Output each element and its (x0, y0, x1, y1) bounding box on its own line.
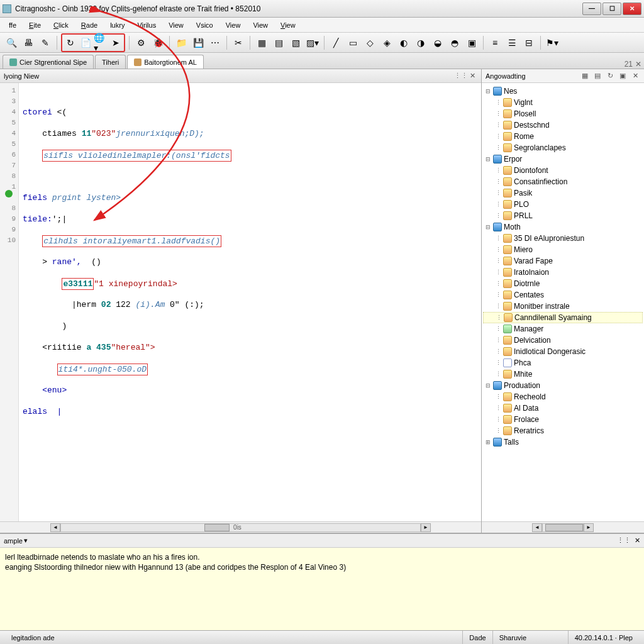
save-icon[interactable]: 💾 (191, 35, 206, 50)
tree-item[interactable]: ⊞Talls (483, 436, 643, 448)
tree-toggle-icon[interactable]: ⋮ (494, 280, 502, 287)
tree-item[interactable]: ⊟Nes (483, 86, 643, 97)
tree-item[interactable]: ⋮Frolace (483, 414, 643, 425)
tree-toggle-icon[interactable]: ⋮ (494, 212, 502, 219)
tree-item[interactable]: ⋮Al Data (483, 402, 643, 414)
tree-item[interactable]: ⋮Plosell (483, 108, 643, 119)
tree-item[interactable]: ⋮Centates (483, 289, 643, 301)
side-btn1-icon[interactable]: ▦ (580, 71, 590, 81)
horizontal-scrollbar[interactable]: ◄ 0is ► (0, 521, 481, 533)
menu-vsico[interactable]: Vsico (190, 19, 219, 31)
tree-toggle-icon[interactable]: ⋮ (494, 269, 502, 276)
menu-rade[interactable]: Rade (75, 19, 104, 31)
menu-lukry[interactable]: lukry (104, 19, 131, 31)
tree-item[interactable]: ⊟Produation (483, 380, 643, 391)
tree-toggle-icon[interactable]: ⋮ (494, 246, 502, 253)
tree-toggle-icon[interactable]: ⋮ (494, 303, 502, 310)
bug-icon[interactable]: 🐞 (150, 35, 165, 50)
tree-item[interactable]: ⋮Delvication (483, 335, 643, 346)
grid2-icon[interactable]: ▨▾ (305, 35, 320, 50)
align2-icon[interactable]: ☰ (504, 35, 519, 50)
tree-toggle-icon[interactable]: ⊞ (484, 438, 492, 446)
tree-item[interactable]: ⋮Destschnd (483, 119, 643, 131)
menu-view1[interactable]: View (162, 19, 190, 31)
tree-toggle-icon[interactable]: ⋮ (494, 336, 502, 344)
tree-toggle-icon[interactable]: ⋮ (494, 359, 502, 367)
tree-toggle-icon[interactable]: ⋮ (494, 201, 502, 208)
pane-close-icon[interactable]: ✕ (467, 71, 477, 81)
shape5-icon[interactable]: ◒ (430, 35, 445, 50)
tree-item[interactable]: ⋮Phca (483, 357, 643, 369)
tree-item[interactable]: ⋮Inidlotical Dongerasic (483, 346, 643, 357)
table-icon[interactable]: ▦ (254, 35, 269, 50)
tree-toggle-icon[interactable]: ⋮ (494, 257, 502, 265)
scroll-track[interactable]: 0is (60, 523, 421, 532)
tree-item[interactable]: ⋮Diontofont (483, 165, 643, 176)
close-button[interactable]: ✕ (623, 3, 641, 15)
side-btn3-icon[interactable]: ↻ (605, 71, 615, 81)
cut-icon[interactable]: ✂ (231, 35, 246, 50)
scroll-left-icon[interactable]: ◄ (50, 523, 60, 532)
tree-item[interactable]: ⋮PRLL (483, 210, 643, 221)
menu-view3[interactable]: View (247, 19, 274, 31)
tree-toggle-icon[interactable]: ⋮ (494, 167, 502, 174)
shape2-icon[interactable]: ◈ (379, 35, 394, 50)
tree-item[interactable]: ⋮Mhite (483, 369, 643, 380)
grid-icon[interactable]: ▧ (288, 35, 303, 50)
tree-toggle-icon[interactable]: ⊟ (484, 382, 492, 389)
zoom-icon[interactable]: 🔍 (4, 35, 19, 50)
side-scrollbar[interactable]: ◄ ► (482, 521, 644, 533)
gear-icon[interactable]: ⚙ (133, 35, 148, 50)
output-tab[interactable]: ample (4, 537, 23, 545)
refresh-icon[interactable]: ↻ (63, 35, 78, 50)
maximize-button[interactable]: ☐ (602, 3, 621, 15)
tree-item[interactable]: ⋮Consatinfiection (483, 176, 643, 187)
output-options-icon[interactable]: ⋮⋮ (617, 536, 631, 545)
scroll-thumb[interactable] (545, 524, 583, 531)
tree-item[interactable]: ⋮PLO (483, 199, 643, 210)
tree-item[interactable]: ⋮Monitber instrale (483, 301, 643, 312)
tree-toggle-icon[interactable]: ⋮ (494, 370, 502, 378)
scroll-thumb[interactable] (204, 524, 230, 531)
scroll-right-icon[interactable]: ► (421, 523, 431, 532)
shape7-icon[interactable]: ▣ (464, 35, 479, 50)
shape4-icon[interactable]: ◑ (413, 35, 428, 50)
tree-toggle-icon[interactable]: ⋮ (494, 291, 502, 299)
tree-item[interactable]: ⋮Rome (483, 131, 643, 142)
world-icon[interactable]: 🌐▾ (93, 35, 108, 50)
code-content[interactable]: ctorei <( ctiames 11"023"jrennurixiquen;… (19, 83, 481, 521)
tree-item[interactable]: ⋮Segrolanclapes (483, 142, 643, 153)
tree-toggle-icon[interactable]: ⋮ (494, 325, 502, 333)
tab-tiheri[interactable]: Tiheri (95, 55, 126, 69)
tree-item[interactable]: ⋮Pasik (483, 187, 643, 199)
table2-icon[interactable]: ▤ (271, 35, 286, 50)
tree-item[interactable]: ⋮Manager (483, 323, 643, 335)
tree-toggle-icon[interactable]: ⋮ (494, 121, 502, 129)
tab-close-icon[interactable]: ✕ (635, 60, 641, 69)
align3-icon[interactable]: ⊟ (521, 35, 536, 50)
pen-icon[interactable]: ✎ (38, 35, 53, 50)
scroll-right-icon[interactable]: ► (584, 523, 594, 532)
tree-item[interactable]: ⋮35 DI eAluproniestun (483, 233, 643, 244)
tree-item[interactable]: ⋮Varad Fape (483, 255, 643, 267)
tree-toggle-icon[interactable]: ⊟ (484, 155, 492, 163)
project-tree[interactable]: ⊟Nes⋮Viglnt⋮Plosell⋮Destschnd⋮Rome⋮Segro… (482, 83, 644, 521)
side-btn2-icon[interactable]: ▤ (592, 71, 602, 81)
tree-toggle-icon[interactable]: ⋮ (494, 404, 502, 412)
tree-item[interactable]: ⋮Viglnt (483, 97, 643, 108)
tree-item[interactable]: ⊟Moth (483, 221, 643, 233)
side-close-icon[interactable]: ✕ (630, 71, 640, 81)
tree-item[interactable]: ⋮Reratrics (483, 425, 643, 436)
output-tab-dropdown-icon[interactable]: ▾ (24, 536, 28, 545)
tree-toggle-icon[interactable]: ⋮ (494, 178, 502, 186)
tree-toggle-icon[interactable]: ⋮ (494, 393, 502, 401)
shape1-icon[interactable]: ◇ (362, 35, 377, 50)
more-icon[interactable]: ⋯ (208, 35, 223, 50)
shape6-icon[interactable]: ◓ (447, 35, 462, 50)
minimize-button[interactable]: — (582, 3, 601, 15)
tree-toggle-icon[interactable]: ⋮ (495, 314, 502, 321)
output-close-icon[interactable]: ✕ (635, 536, 640, 545)
tree-toggle-icon[interactable]: ⋮ (494, 348, 502, 355)
tree-toggle-icon[interactable]: ⋮ (494, 110, 502, 118)
tab-baitorgtionem[interactable]: Baitorgtionem AL (127, 55, 204, 69)
